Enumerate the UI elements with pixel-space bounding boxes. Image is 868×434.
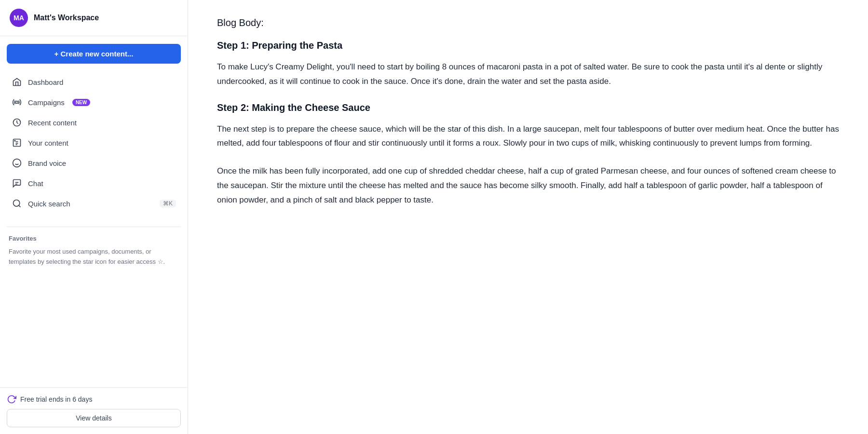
view-details-button[interactable]: View details	[7, 409, 181, 427]
main-content: Blog Body: Step 1: Preparing the Pasta T…	[188, 0, 868, 434]
home-icon	[12, 77, 22, 87]
sidebar-item-brand-voice[interactable]: Brand voice	[7, 153, 181, 173]
sidebar-item-recent-content[interactable]: Recent content	[7, 113, 181, 132]
workspace-name: Matt's Workspace	[34, 14, 99, 22]
campaigns-icon	[12, 97, 22, 108]
sidebar-item-dashboard[interactable]: Dashboard	[7, 72, 181, 92]
workspace-header: MA Matt's Workspace	[0, 0, 188, 36]
section-1-heading: Step 1: Preparing the Pasta	[217, 40, 839, 51]
favorites-description: Favorite your most used campaigns, docum…	[7, 247, 181, 267]
svg-line-9	[19, 205, 21, 207]
divider	[7, 227, 181, 227]
favorites-title: Favorites	[7, 235, 181, 242]
search-icon	[12, 198, 22, 209]
favorites-section: Favorites Favorite your most used campai…	[7, 235, 181, 380]
blog-section-2: Step 2: Making the Cheese Sauce The next…	[217, 102, 839, 207]
avatar: MA	[10, 9, 28, 27]
section-1-paragraph-1: To make Lucy's Creamy Delight, you'll ne…	[217, 60, 839, 89]
sidebar-item-label: Dashboard	[28, 78, 63, 86]
sidebar-item-label: Recent content	[28, 119, 77, 127]
sidebar-item-campaigns[interactable]: Campaigns NEW	[7, 93, 181, 112]
sidebar: MA Matt's Workspace + Create new content…	[0, 0, 188, 434]
create-new-content-button[interactable]: + Create new content...	[7, 44, 181, 64]
section-2-paragraph-2: Once the milk has been fully incorporate…	[217, 164, 839, 207]
sidebar-item-quick-search[interactable]: Quick search ⌘K	[7, 194, 181, 213]
nav-list: Dashboard Campaigns NEW	[7, 72, 181, 213]
blog-label: Blog Body:	[217, 17, 839, 28]
svg-point-0	[16, 101, 18, 104]
sidebar-item-your-content[interactable]: Your content	[7, 133, 181, 152]
svg-point-3	[14, 140, 15, 141]
section-2-heading: Step 2: Making the Cheese Sauce	[217, 102, 839, 113]
sidebar-content: + Create new content... Dashboard	[0, 36, 188, 387]
trial-text: Free trial ends in 6 days	[20, 395, 92, 403]
sidebar-footer: Free trial ends in 6 days View details	[0, 387, 188, 434]
chat-icon	[12, 178, 22, 189]
sidebar-item-label: Brand voice	[28, 159, 66, 167]
sidebar-item-label: Chat	[28, 179, 43, 188]
quick-search-shortcut: ⌘K	[160, 200, 176, 207]
brand-voice-icon	[12, 158, 22, 168]
recent-icon	[12, 117, 22, 128]
blog-section-1: Step 1: Preparing the Pasta To make Lucy…	[217, 40, 839, 89]
trial-icon	[7, 394, 16, 404]
content-icon	[12, 137, 22, 148]
svg-point-8	[14, 200, 20, 206]
section-2-paragraph-1: The next step is to prepare the cheese s…	[217, 122, 839, 151]
new-badge: NEW	[72, 99, 90, 106]
sidebar-item-label: Quick search	[28, 200, 70, 208]
sidebar-item-label: Campaigns	[28, 98, 65, 107]
trial-notice: Free trial ends in 6 days	[7, 394, 181, 404]
sidebar-item-chat[interactable]: Chat	[7, 174, 181, 193]
sidebar-item-label: Your content	[28, 139, 68, 147]
